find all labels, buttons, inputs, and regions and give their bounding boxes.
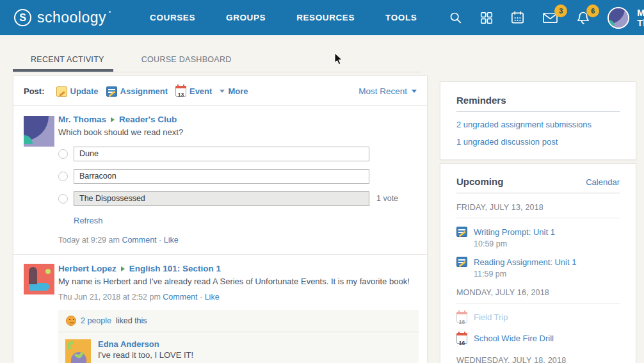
top-navbar: S schoology COURSES GROUPS RESOURCES TOO…	[0, 0, 644, 35]
avatar[interactable]	[24, 116, 54, 147]
post-timestamp: Today at 9:29 am	[58, 236, 120, 245]
reminder-ungraded-assignments-link[interactable]: 2 ungraded assignment submissions	[456, 120, 620, 129]
messages-badge: 3	[554, 4, 567, 17]
activity-feed-card: Post: Update Assignment 13 Event More Mo…	[13, 76, 428, 363]
upcoming-date-header: WEDNESDAY, JULY 18, 2018	[456, 356, 620, 363]
trademark-mark	[109, 11, 111, 13]
poll-option[interactable]: Barracoon	[74, 169, 369, 184]
schoology-logo[interactable]: S schoology	[0, 9, 106, 26]
assignment-icon	[106, 86, 117, 97]
comment-text: I've read it too, I LOVE IT!	[98, 350, 411, 360]
post-event-button[interactable]: 13 Event	[175, 86, 212, 97]
feed-post-update: Herbert LopezEnglish 101: Section 1 My n…	[13, 254, 427, 302]
upcoming-event[interactable]: 16 School Wide Fire Drill	[456, 333, 620, 344]
nav-item-groups[interactable]: GROUPS	[211, 1, 281, 35]
apps-grid-icon[interactable]	[479, 11, 494, 25]
nav-item-courses[interactable]: COURSES	[134, 1, 211, 35]
post-text: Which book should we read next?	[58, 127, 417, 139]
event-title-link: Reading Assignment: Unit 1	[474, 257, 576, 268]
tab-recent-activity[interactable]: RECENT ACTIVITY	[13, 49, 113, 72]
nav-item-resources[interactable]: RESOURCES	[281, 1, 370, 35]
nav-right-cluster: 3 6 Mr. Tho...	[432, 7, 644, 29]
poll-option[interactable]: The Dispossessed	[74, 191, 369, 206]
context-arrow-icon	[111, 117, 115, 122]
user-name[interactable]: Mr. Tho...	[637, 8, 644, 28]
event-time: 11:59 pm	[474, 270, 620, 278]
liked-suffix: liked this	[116, 316, 147, 325]
likes-summary: 2 people liked this	[58, 310, 419, 332]
post-more-button[interactable]: More	[220, 86, 248, 96]
calendar-icon[interactable]	[510, 10, 525, 25]
post-meta: Thu Jun 21, 2018 at 2:52 pm Comment · Li…	[58, 293, 417, 302]
post-timestamp: Thu Jun 21, 2018 at 2:52 pm	[58, 293, 161, 302]
reminder-ungraded-discussion-link[interactable]: 1 ungraded discussion post	[456, 137, 620, 147]
nav-item-tools[interactable]: TOOLS	[370, 1, 432, 35]
comment-author-link[interactable]: Edna Anderson	[98, 339, 411, 349]
like-link[interactable]: Like	[164, 236, 179, 245]
upcoming-header: Upcoming Calendar	[456, 176, 620, 193]
poll-vote-count: 1 vote	[376, 194, 398, 203]
post-meta: Today at 9:29 am Comment · Like	[58, 236, 417, 254]
comments-section: 2 people liked this Edna Anderson I've r…	[58, 310, 419, 363]
brand-name: schoology	[37, 9, 106, 26]
schoology-s-icon: S	[14, 9, 31, 26]
liked-people-link[interactable]: 2 people	[81, 316, 111, 325]
meta-separator: ·	[200, 293, 202, 302]
reminders-card: Reminders 2 ungraded assignment submissi…	[440, 81, 636, 160]
course-link[interactable]: English 101: Section 1	[129, 264, 221, 273]
author-link[interactable]: Mr. Thomas	[58, 115, 106, 124]
post-assignment-button[interactable]: Assignment	[106, 86, 168, 97]
avatar[interactable]	[24, 264, 54, 294]
upcoming-card: Upcoming Calendar FRIDAY, JULY 13, 2018 …	[440, 163, 636, 363]
post-text: My name is Herbert and I've already read…	[58, 276, 417, 288]
smiley-icon	[66, 316, 76, 326]
reminders-title: Reminders	[456, 95, 506, 106]
comment-link[interactable]: Comment	[163, 293, 197, 302]
avatar[interactable]	[65, 339, 91, 363]
like-link[interactable]: Like	[205, 293, 220, 302]
user-avatar[interactable]	[608, 7, 629, 29]
caret-down-icon	[412, 90, 417, 93]
sort-dropdown[interactable]: Most Recent	[358, 86, 417, 96]
poll-radio[interactable]	[58, 149, 68, 159]
author-link[interactable]: Herbert Lopez	[58, 264, 117, 273]
poll-option-row: Dune	[58, 147, 417, 161]
comment-link[interactable]: Comment	[122, 236, 156, 245]
comment: Edna Anderson I've read it too, I LOVE I…	[58, 332, 419, 363]
upcoming-event[interactable]: Reading Assignment: Unit 1	[456, 257, 620, 268]
tab-course-dashboard[interactable]: COURSE DASHBOARD	[124, 49, 241, 72]
post-toolbar: Post: Update Assignment 13 Event More Mo…	[13, 76, 427, 106]
poll-option-row: Barracoon	[58, 169, 417, 184]
user-avatar-art	[609, 8, 628, 28]
poll-radio[interactable]	[58, 194, 68, 204]
search-icon[interactable]	[449, 11, 463, 25]
messages-icon[interactable]: 3	[542, 10, 559, 25]
context-arrow-icon	[121, 266, 125, 271]
poll-refresh-link[interactable]: Refresh	[74, 216, 103, 225]
meta-separator: ·	[159, 236, 161, 245]
event-calendar-icon: 16	[456, 312, 467, 323]
course-link[interactable]: Reader's Club	[119, 115, 177, 124]
event-calendar-icon: 16	[456, 333, 467, 344]
notifications-bell-icon[interactable]: 6	[576, 10, 591, 26]
post-label: Post:	[24, 86, 45, 96]
avatar-art	[24, 264, 54, 294]
upcoming-event[interactable]: Writing Prompt: Unit 1	[456, 227, 620, 238]
reminders-header: Reminders	[456, 95, 620, 112]
event-title-link: School Wide Fire Drill	[474, 333, 554, 344]
poll-option-row: The Dispossessed 1 vote	[58, 191, 417, 206]
event-time: 10:59 pm	[474, 239, 620, 248]
avatar-art	[24, 116, 54, 147]
post-author-line: Mr. ThomasReader's Club	[58, 115, 417, 124]
calendar-link[interactable]: Calendar	[586, 177, 620, 187]
nav-menu: COURSES GROUPS RESOURCES TOOLS	[134, 1, 432, 35]
upcoming-event[interactable]: 16 Field Trip	[456, 312, 620, 323]
post-author-line: Herbert LopezEnglish 101: Section 1	[58, 264, 417, 273]
upcoming-date-header: FRIDAY, JULY 13, 2018	[456, 203, 620, 218]
upcoming-date-header: MONDAY, JULY 16, 2018	[456, 288, 620, 303]
poll-radio[interactable]	[58, 172, 68, 181]
poll-option[interactable]: Dune	[74, 147, 369, 161]
upcoming-title: Upcoming	[456, 176, 503, 187]
post-update-button[interactable]: Update	[56, 86, 99, 97]
event-calendar-icon: 13	[175, 86, 186, 97]
